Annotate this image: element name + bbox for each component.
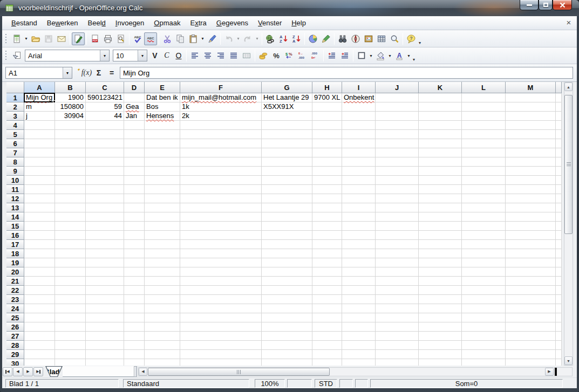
autospellcheck-button[interactable]: ABC [144,32,157,45]
cell-J3[interactable] [376,112,419,121]
menu-item-bewerken[interactable]: Bewerken [42,17,83,29]
dropdown-arrow-icon[interactable]: ▾ [406,49,412,62]
cell-H20[interactable] [312,267,342,277]
cell-E7[interactable] [145,148,180,157]
cell-F4[interactable] [180,121,262,130]
cell-J22[interactable] [376,286,419,295]
cell-A22[interactable] [24,286,55,295]
cell-G27[interactable] [262,332,312,341]
cell-M21[interactable] [506,277,556,286]
row-header-15[interactable]: 15 [6,222,24,231]
window-split-handle[interactable] [555,368,557,376]
cell-A9[interactable] [24,167,55,176]
cell-K15[interactable] [419,222,462,231]
cell-F28[interactable] [180,341,262,350]
cell-J9[interactable] [376,167,419,176]
cell-C25[interactable] [86,313,124,322]
cell-D12[interactable] [124,194,145,203]
cell-C11[interactable] [86,185,124,194]
status-zoom[interactable]: 100% [255,379,285,388]
cell-E2[interactable]: Bos [145,102,180,112]
cell-H25[interactable] [312,313,342,322]
cell-C4[interactable] [86,121,124,130]
cell-A5[interactable] [24,130,55,139]
cell-K17[interactable] [419,240,462,249]
cell-H19[interactable] [312,258,342,267]
toolbar-drag-handle[interactable] [5,50,8,61]
cell-M9[interactable] [506,167,556,176]
cell-J1[interactable] [376,93,419,102]
cell-E30[interactable] [145,359,180,366]
cell-H28[interactable] [312,341,342,350]
cell-F24[interactable] [180,304,262,313]
increase-indent-button[interactable] [338,49,351,62]
column-header-M[interactable]: M [506,82,556,93]
cell-C10[interactable] [86,176,124,185]
cell-B10[interactable] [55,176,86,185]
cell-B15[interactable] [55,222,86,231]
horizontal-scrollbar-thumb[interactable] [148,368,330,376]
cell-G5[interactable] [262,130,312,139]
cell-L16[interactable] [462,231,506,240]
cell-J13[interactable] [376,203,419,212]
cell-I27[interactable] [342,332,376,341]
column-header-J[interactable]: J [376,82,419,93]
cell-C1[interactable]: 590123421 [86,93,124,102]
cell-B9[interactable] [55,167,86,176]
toolbar-drag-handle[interactable] [5,33,8,44]
cell-J4[interactable] [376,121,419,130]
cell-J7[interactable] [376,148,419,157]
cell-L4[interactable] [462,121,506,130]
cell-M15[interactable] [506,222,556,231]
cell-G3[interactable] [262,112,312,121]
cell-E27[interactable] [145,332,180,341]
row-header-20[interactable]: 20 [6,267,24,277]
cell-K6[interactable] [419,139,462,148]
cell-F18[interactable] [180,249,262,258]
cell-I16[interactable] [342,231,376,240]
toolbar-options-icon[interactable] [418,32,425,45]
cell-L30[interactable] [462,359,506,366]
cell-H13[interactable] [312,203,342,212]
cell-C12[interactable] [86,194,124,203]
cell-K20[interactable] [419,267,462,277]
font-name-combo[interactable]: Arial▾ [25,50,110,61]
cell-C5[interactable] [86,130,124,139]
cell-K18[interactable] [419,249,462,258]
cell-G16[interactable] [262,231,312,240]
cell-H4[interactable] [312,121,342,130]
cell-M28[interactable] [506,341,556,350]
restore-button[interactable] [539,0,553,10]
font-color-button[interactable]: A [393,49,406,62]
cell-A23[interactable] [24,295,55,304]
cell-J15[interactable] [376,222,419,231]
copy-button[interactable] [174,32,187,45]
cell-F23[interactable] [180,295,262,304]
status-sum[interactable]: Som=0 [370,379,563,388]
cell-H3[interactable] [312,112,342,121]
cell-M24[interactable] [506,304,556,313]
spellcheck-button[interactable]: ABC [131,32,144,45]
cell-I3[interactable] [342,112,376,121]
cell-M22[interactable] [506,286,556,295]
status-selection-mode[interactable]: STD [315,379,337,388]
tab-scrollbar-splitter[interactable] [134,366,137,377]
cell-L25[interactable] [462,313,506,322]
row-header-7[interactable]: 7 [6,148,24,157]
align-left-button[interactable] [188,49,201,62]
cell-M23[interactable] [506,295,556,304]
cell-H24[interactable] [312,304,342,313]
cell-G8[interactable] [262,157,312,167]
data-sources-button[interactable] [375,32,388,45]
cell-I13[interactable] [342,203,376,212]
cell-J12[interactable] [376,194,419,203]
cell-I12[interactable] [342,194,376,203]
menu-item-gegevens[interactable]: Gegevens [212,17,253,29]
horizontal-scrollbar[interactable]: ◀ ▶ [138,367,573,376]
cell-E20[interactable] [145,267,180,277]
cell-K4[interactable] [419,121,462,130]
cell-J28[interactable] [376,341,419,350]
cell-C30[interactable] [86,359,124,366]
cell-K7[interactable] [419,148,462,157]
cell-I23[interactable] [342,295,376,304]
